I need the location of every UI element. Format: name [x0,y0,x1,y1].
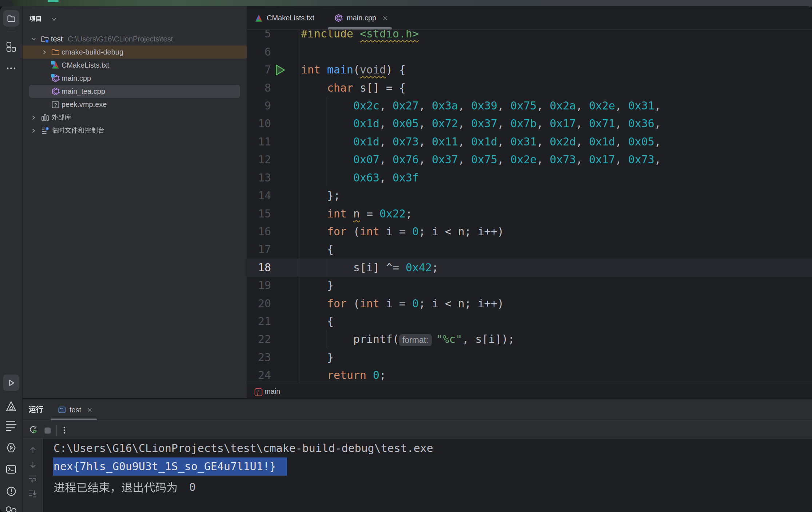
line-number-23[interactable]: 23 [247,348,271,366]
tree-row-cmake-build-debug[interactable]: cmake-build-debug [23,45,247,59]
terminal-tool-button[interactable] [6,464,16,474]
chevron-down-icon [51,17,57,22]
function-icon: f [254,388,263,396]
svg-text:f: f [257,389,259,395]
line-number-13[interactable]: 13 [247,169,271,187]
more-icon [6,67,16,70]
tab-label: main.cpp [347,14,376,22]
tree-row-scratches[interactable] [23,124,247,137]
line-number-6[interactable]: 6 [247,43,271,61]
gutter-separator [299,30,299,384]
chevron-right-icon[interactable] [42,45,47,59]
chevron-right-icon[interactable] [31,111,36,124]
chevron-down-icon[interactable] [31,32,36,45]
line-number-7[interactable]: 7 [247,61,271,79]
line-number-19[interactable]: 19 [247,276,271,294]
code-line-5: #include <stdio.h> [301,30,419,43]
code-line-12: 0x07, 0x76, 0x37, 0x75, 0x2e, 0x73, 0x17… [301,151,661,168]
tree-row-external-libraries[interactable] [23,111,247,124]
tree-row-test[interactable]: testC:\Users\G16\CLionProjects\test [23,32,247,45]
line-number-14[interactable]: 14 [247,187,271,204]
cmake-file-icon [254,14,263,23]
tree-row-main-cpp[interactable]: main.cpp [23,72,247,85]
tree-label: main.cpp [61,74,91,83]
console-line-exit: 0 [53,478,196,496]
more-tool-windows-button[interactable] [6,67,16,70]
more-options-button[interactable] [63,427,66,434]
tree-row-cmakelists[interactable]: CMakeLists.txt [23,59,247,72]
code-line-15: int n = 0x22; [301,205,412,223]
tab-cmakelists[interactable]: CMakeLists.txt [254,6,314,30]
console-gutter [23,439,43,512]
services-tool-button[interactable] [6,443,16,453]
rerun-button[interactable] [29,425,37,435]
breadcrumbs-bar: f main [247,384,812,398]
stripe-divider [7,32,16,32]
console-output[interactable]: C:\Users\G16\CLionProjects\test\cmake-bu… [43,439,812,512]
todo-lines-icon [5,421,17,431]
profiler-tool-button[interactable] [5,506,17,512]
line-number-16[interactable]: 16 [247,223,271,240]
excluded-folder-icon [51,45,60,59]
line-number-21[interactable]: 21 [247,312,271,330]
line-number-5[interactable]: 5 [247,30,271,43]
line-number-8[interactable]: 8 [247,79,271,97]
line-number-24[interactable]: 24 [247,366,271,384]
editor-tab-bar: CMakeLists.txt main.cpp [247,6,812,30]
background-window-corner [0,0,13,7]
run-tool-button[interactable] [3,375,19,391]
stop-button[interactable] [44,427,51,434]
inlay-hint: format: [399,334,432,346]
cpp-file-icon [51,85,60,98]
line-number-15[interactable]: 15 [247,205,271,223]
project-tool-button[interactable] [3,10,19,27]
active-tab-underline [328,27,392,29]
line-number-20[interactable]: 20 [247,295,271,312]
tab-main-cpp[interactable]: main.cpp [334,6,388,30]
line-number-22[interactable]: 22 [247,330,271,348]
soft-wrap-icon[interactable] [29,475,37,483]
code-line-17: { [301,240,334,258]
run-gutter-icon[interactable] [275,64,286,76]
run-tab-test[interactable]: test [58,399,92,420]
code-line-23: } [301,348,334,366]
kebab-icon [63,427,66,434]
tree-row-main-tea-cpp[interactable]: main_tea.cpp [23,85,247,98]
breadcrumb-item[interactable]: main [264,384,280,399]
project-panel: testC:\Users\G16\CLionProjects\test cmak… [23,6,247,398]
tree-project-path: C:\Users\G16\CLionProjects\test [68,35,173,43]
project-folder-icon [7,14,16,23]
run-window-icon [58,406,66,413]
code-line-20: for (int i = 0; i < n; i++) [301,295,504,312]
code-line-18: s[i] ^= 0x42; [301,259,438,276]
arrow-down-icon[interactable] [30,461,36,468]
tree-label: CMakeLists.txt [61,61,109,69]
todo-tool-button[interactable] [5,421,17,431]
close-icon[interactable] [87,408,92,412]
code-line-9: 0x2c, 0x27, 0x3a, 0x39, 0x75, 0x2a, 0x2e… [301,97,661,115]
problems-icon [6,486,16,496]
close-icon[interactable] [383,16,388,21]
run-toolbar [23,420,812,439]
line-number-18[interactable]: 18 [247,259,271,276]
structure-tool-button[interactable] [6,41,16,52]
line-number-11[interactable]: 11 [247,133,271,151]
line-number-17[interactable]: 17 [247,240,271,258]
tree-label [51,114,72,121]
background-browser-tab [48,0,59,2]
line-number-10[interactable]: 10 [247,115,271,132]
chevron-right-icon[interactable] [31,124,36,137]
problems-tool-button[interactable] [6,486,16,496]
arrow-up-icon[interactable] [30,447,36,453]
background-strip [0,0,812,7]
exit-code: 0 [189,481,196,493]
code-viewport[interactable]: 56789101112131415161718192021222324 #inc… [247,30,812,384]
run-panel: test [23,399,812,512]
line-number-9[interactable]: 9 [247,97,271,115]
ide-window: testC:\Users\G16\CLionProjects\test cmak… [0,6,812,512]
scroll-end-icon[interactable] [29,490,37,497]
line-number-12[interactable]: 12 [247,151,271,168]
project-panel-header[interactable] [29,15,57,23]
tree-row-peek-vmp-exe[interactable]: ? peek.vmp.exe [23,98,247,111]
cmake-tool-button[interactable] [5,401,17,412]
